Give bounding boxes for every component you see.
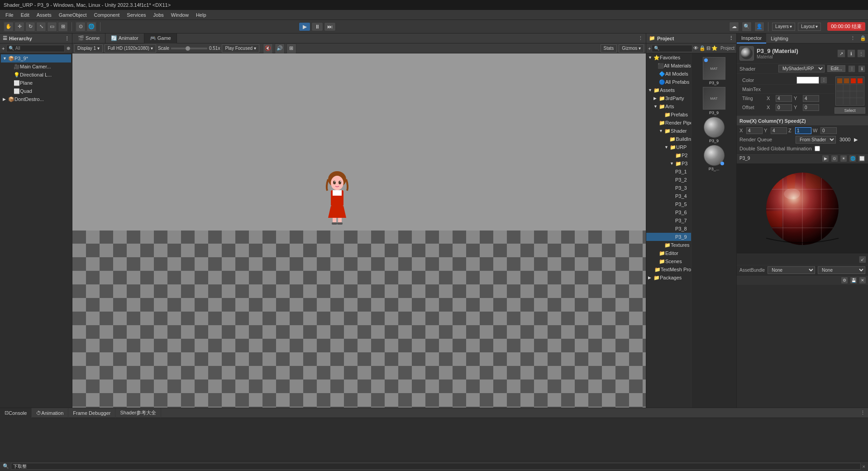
scale-slider[interactable] bbox=[171, 48, 207, 49]
viewport-menu[interactable]: ⋮ bbox=[635, 35, 646, 41]
prefabs-folder[interactable]: 📁 Prefabs bbox=[646, 111, 691, 119]
p2-folder[interactable]: 📁 P2 bbox=[646, 151, 691, 159]
p3-1-folder[interactable]: P3_1 bbox=[646, 168, 691, 176]
tab-game[interactable]: 🎮 Game bbox=[144, 34, 177, 43]
textmesh-folder[interactable]: 📁 TextMesh Pro bbox=[646, 265, 691, 274]
scale-tool[interactable]: ⤡ bbox=[36, 22, 46, 32]
all-materials[interactable]: ⬛ All Materials bbox=[646, 62, 691, 70]
asset-bundle-select[interactable]: None bbox=[768, 266, 815, 274]
insp-settings-icon[interactable]: ⚙ bbox=[841, 277, 848, 284]
p3-3-folder[interactable]: P3_3 bbox=[646, 184, 691, 192]
menu-help[interactable]: Help bbox=[192, 11, 210, 19]
tiling-y-input[interactable] bbox=[803, 95, 819, 102]
asset-p3-9-2[interactable]: MAT P3_9 bbox=[701, 87, 728, 115]
tab-animator[interactable]: 🔄 Animator bbox=[105, 34, 144, 43]
expand-icon[interactable]: ↙ bbox=[859, 256, 866, 263]
shader-dropdown[interactable]: MyShader/URP bbox=[778, 65, 825, 72]
textures-folder[interactable]: 📁 Textures bbox=[646, 241, 691, 249]
cloud-icon[interactable]: ☁ bbox=[729, 22, 739, 32]
project-menu[interactable]: ⋮ bbox=[729, 35, 734, 41]
menu-component[interactable]: Component bbox=[90, 11, 123, 19]
options-icon[interactable]: ⋮ bbox=[857, 49, 865, 58]
open-icon[interactable]: ↗ bbox=[837, 49, 845, 58]
p3-8-folder[interactable]: P3_8 bbox=[646, 225, 691, 233]
search-close-btn[interactable]: × bbox=[863, 464, 865, 469]
move-tool[interactable]: ✛ bbox=[14, 22, 24, 32]
favorites-folder[interactable]: ▼ ⭐ Favorites bbox=[646, 53, 691, 62]
3rdparty-folder[interactable]: ▶ 📁 3rdParty bbox=[646, 94, 691, 102]
tab-inspector[interactable]: Inspector bbox=[737, 34, 766, 43]
offset-y-input[interactable] bbox=[803, 104, 819, 111]
audio-icon[interactable]: 🔊 bbox=[275, 43, 285, 53]
account-icon[interactable]: 👤 bbox=[754, 22, 764, 32]
tiling-x-input[interactable] bbox=[776, 95, 792, 102]
preview-bg-btn[interactable]: ⬜ bbox=[858, 155, 865, 162]
menu-assets[interactable]: Assets bbox=[33, 11, 55, 19]
inspector-menu[interactable]: ⋮ bbox=[848, 35, 858, 41]
menu-edit[interactable]: Edit bbox=[17, 11, 33, 19]
p3-7-folder[interactable]: P3_7 bbox=[646, 216, 691, 225]
info-icon[interactable]: ℹ bbox=[847, 49, 855, 58]
layers-dropdown[interactable]: Layers ▾ bbox=[772, 23, 795, 31]
rotate-tool[interactable]: ↻ bbox=[25, 22, 35, 32]
p3-4-folder[interactable]: P3_4 bbox=[646, 192, 691, 200]
urp-folder[interactable]: ▼ 📁 URP bbox=[646, 143, 691, 151]
insp-save-icon[interactable]: 💾 bbox=[850, 277, 857, 284]
render-pipeline-folder[interactable]: 📁 Render Pipeline bbox=[646, 119, 691, 127]
all-prefabs[interactable]: 🔵 All Prefabs bbox=[646, 78, 691, 86]
proj-add-btn[interactable]: + bbox=[648, 46, 651, 51]
console-search-input[interactable] bbox=[11, 463, 861, 470]
hierarchy-item-dontdestroy[interactable]: ▶ 📦 DontDestro... bbox=[1, 95, 71, 103]
hierarchy-item-maincam[interactable]: 🎥 Main Camer... bbox=[1, 62, 71, 71]
assets-root[interactable]: ▼ 📁 Assets bbox=[646, 86, 691, 94]
editor-folder[interactable]: 📁 Editor bbox=[646, 249, 691, 257]
hier-options[interactable]: ⊕ bbox=[67, 46, 70, 51]
preview-light-btn[interactable]: ☀ bbox=[840, 155, 847, 162]
packages-folder[interactable]: ▶ 📁 Packages bbox=[646, 274, 691, 282]
row-w-input[interactable] bbox=[820, 127, 837, 134]
tab-console[interactable]: ⊡ Console bbox=[0, 408, 32, 418]
add-btn[interactable]: + bbox=[2, 46, 5, 51]
gizmos-btn[interactable]: Gizmos ▾ bbox=[619, 44, 644, 53]
offset-x-input[interactable] bbox=[776, 104, 792, 111]
search-icon[interactable]: 🔍 bbox=[742, 22, 752, 32]
p3-9-folder[interactable]: P3_9 bbox=[646, 233, 691, 241]
p3-folder[interactable]: ▼ 📁 P3 bbox=[646, 159, 691, 168]
edit-shader-btn[interactable]: Edit... bbox=[827, 65, 845, 72]
shader-folder[interactable]: ▼ 📁 Shader bbox=[646, 127, 691, 135]
hierarchy-item-dirlight[interactable]: 💡 Directional L... bbox=[1, 71, 71, 79]
asset-bundle-select-2[interactable]: None bbox=[818, 266, 865, 274]
shader-info[interactable]: ℹ bbox=[858, 65, 865, 72]
asset-p3-9-3[interactable]: P3_9 bbox=[701, 117, 728, 143]
menu-services[interactable]: Services bbox=[123, 11, 149, 19]
step-button[interactable]: ⏭ bbox=[324, 22, 336, 31]
hierarchy-search[interactable]: 🔍 All bbox=[9, 46, 20, 51]
select-texture-btn[interactable]: Select bbox=[835, 107, 865, 114]
hierarchy-menu[interactable]: ⋮ bbox=[65, 36, 69, 41]
tab-animation[interactable]: ⏱ Animation bbox=[32, 408, 68, 418]
p3-6-folder[interactable]: P3_6 bbox=[646, 208, 691, 216]
pause-button[interactable]: ⏸ bbox=[311, 22, 323, 31]
row-y-input[interactable] bbox=[771, 127, 787, 134]
p3-2-folder[interactable]: P3_2 bbox=[646, 176, 691, 184]
menu-file[interactable]: File bbox=[2, 11, 17, 19]
lock-icon[interactable]: 🔒 bbox=[699, 45, 706, 51]
pivot-btn[interactable]: ⊙ bbox=[76, 22, 86, 32]
tab-scene[interactable]: 🎬 Scene bbox=[72, 34, 105, 43]
proj-search[interactable]: 🔍 bbox=[654, 46, 659, 51]
menu-gameobject[interactable]: GameObject bbox=[55, 11, 91, 19]
buildin-folder[interactable]: 📁 BuildIn bbox=[646, 135, 691, 143]
row-x-input[interactable] bbox=[746, 127, 763, 134]
hierarchy-item-quad[interactable]: ⬜ Quad bbox=[1, 87, 71, 95]
row-z-input[interactable] bbox=[795, 127, 811, 134]
hierarchy-item-p3-9[interactable]: ▼ 📦 P3_9* bbox=[1, 54, 71, 62]
transform-tool[interactable]: ⊞ bbox=[58, 22, 68, 32]
arts-folder[interactable]: ▼ 📁 Arts bbox=[646, 102, 691, 111]
tab-lighting[interactable]: Lighting bbox=[766, 34, 793, 43]
p3-5-folder[interactable]: P3_5 bbox=[646, 200, 691, 208]
tab-shader-ref[interactable]: Shader参考大全 bbox=[115, 408, 161, 418]
tab-frame-debugger[interactable]: Frame Debugger bbox=[68, 408, 115, 418]
timer-button[interactable]: 00:00:00 结束 bbox=[827, 22, 865, 31]
scenes-folder[interactable]: 📁 Scenes bbox=[646, 257, 691, 265]
play-button[interactable]: ▶ bbox=[299, 22, 310, 31]
